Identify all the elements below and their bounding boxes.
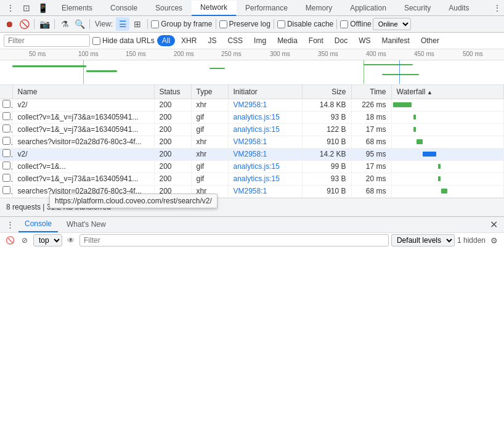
- filter-tag-font[interactable]: Font: [304, 35, 328, 46]
- devtools-device-btn[interactable]: 📱: [36, 1, 49, 15]
- tab-audits[interactable]: Audits: [440, 0, 478, 15]
- console-stop-icon[interactable]: ⊘: [18, 234, 31, 247]
- console-tab-console[interactable]: Console: [18, 217, 58, 232]
- filter-tag-other[interactable]: Other: [416, 35, 444, 46]
- row-initiator[interactable]: analytics.js:15: [228, 173, 302, 185]
- filter-tag-media[interactable]: Media: [272, 35, 303, 46]
- tab-console[interactable]: Console: [102, 0, 147, 15]
- console-gear-icon[interactable]: ⚙: [488, 234, 500, 247]
- console-levels-select[interactable]: Default levels: [391, 234, 455, 247]
- filter-toggle-btn[interactable]: ⚗: [58, 17, 71, 31]
- view-grid-btn[interactable]: ⊞: [131, 17, 144, 31]
- filter-tag-doc[interactable]: Doc: [330, 35, 352, 46]
- row-initiator-link[interactable]: VM2958:1: [234, 150, 267, 158]
- row-checkbox[interactable]: [2, 124, 10, 132]
- clear-btn[interactable]: 🚫: [17, 17, 31, 31]
- row-name[interactable]: collect?v=1&...: [12, 160, 154, 173]
- more-tabs-btn[interactable]: ⋮: [490, 1, 504, 15]
- row-name[interactable]: collect?v=1&_v=j73&a=163405941...: [12, 173, 154, 185]
- tab-memory[interactable]: Memory: [297, 0, 341, 15]
- row-name[interactable]: searches?visitor=02a28d76-80c3-4f...: [12, 136, 154, 148]
- console-eye-icon[interactable]: 👁: [65, 234, 77, 247]
- row-initiator[interactable]: analytics.js:15: [228, 111, 302, 123]
- table-row[interactable]: collect?v=1&_v=j73&a=163405941...200gifa…: [0, 123, 504, 136]
- row-checkbox[interactable]: [2, 161, 10, 169]
- row-initiator-link[interactable]: analytics.js:15: [234, 174, 280, 183]
- devtools-menu-btn[interactable]: ⋮: [4, 1, 17, 15]
- row-initiator[interactable]: VM2958:1: [228, 185, 302, 197]
- row-checkbox[interactable]: [2, 186, 10, 194]
- filter-input[interactable]: [4, 35, 90, 47]
- table-row[interactable]: searches?visitor=02a28d76-80c3-4f...200x…: [0, 185, 504, 197]
- throttle-select[interactable]: Online: [373, 18, 411, 30]
- filter-tag-img[interactable]: Img: [249, 35, 271, 46]
- filter-tag-js[interactable]: JS: [203, 35, 221, 46]
- row-initiator-link[interactable]: analytics.js:15: [234, 113, 280, 121]
- table-row[interactable]: searches?visitor=02a28d76-80c3-4f...200x…: [0, 136, 504, 148]
- offline-checkbox[interactable]: [340, 20, 348, 28]
- tab-sources[interactable]: Sources: [147, 0, 192, 15]
- th-type[interactable]: Type: [191, 85, 228, 99]
- console-clear-icon[interactable]: 🚫: [4, 234, 16, 247]
- tab-performance[interactable]: Performance: [237, 0, 297, 15]
- search-btn[interactable]: 🔍: [73, 17, 86, 31]
- filter-tag-xhr[interactable]: XHR: [176, 35, 201, 46]
- row-name[interactable]: searches?visitor=02a28d76-80c3-4f...: [12, 185, 154, 197]
- row-initiator[interactable]: VM2958:1: [228, 148, 302, 160]
- row-initiator-link[interactable]: VM2958:1: [234, 100, 267, 109]
- table-row[interactable]: collect?v=1&_v=j73&a=163405941...200gifa…: [0, 111, 504, 123]
- row-name[interactable]: v2/: [12, 99, 154, 111]
- row-checkbox[interactable]: [2, 174, 10, 182]
- row-checkbox[interactable]: [2, 137, 10, 145]
- filter-tag-css[interactable]: CSS: [222, 35, 248, 46]
- table-row[interactable]: collect?v=1&_v=j73&a=163405941...200gifa…: [0, 173, 504, 185]
- console-tab-whats-new[interactable]: What's New: [60, 217, 112, 232]
- hide-data-urls-checkbox[interactable]: [92, 37, 100, 45]
- disable-cache-checkbox[interactable]: [277, 20, 285, 28]
- th-name[interactable]: Name: [12, 85, 154, 99]
- row-name[interactable]: collect?v=1&_v=j73&a=163405941...: [12, 111, 154, 123]
- disable-cache-label[interactable]: Disable cache: [277, 20, 333, 28]
- table-row[interactable]: v2/200xhrVM2958:114.2 KB95 ms: [0, 148, 504, 160]
- row-initiator-link[interactable]: analytics.js:15: [234, 162, 280, 171]
- network-table-container[interactable]: Name Status Type Initiator Size Time Wat…: [0, 85, 504, 198]
- th-time[interactable]: Time: [351, 85, 391, 99]
- console-hamburger-icon[interactable]: ⋮: [4, 218, 16, 230]
- row-name[interactable]: v2/: [12, 148, 154, 160]
- timeline-area[interactable]: 50 ms 100 ms 150 ms 200 ms 250 ms 300 ms…: [0, 49, 504, 85]
- preserve-log-checkbox[interactable]: [219, 20, 227, 28]
- table-row[interactable]: collect?v=1&...200gifanalytics.js:1599 B…: [0, 160, 504, 173]
- th-initiator[interactable]: Initiator: [228, 85, 302, 99]
- camera-btn[interactable]: 📷: [38, 17, 51, 31]
- row-initiator-link[interactable]: VM2958:1: [234, 137, 267, 146]
- tab-application[interactable]: Application: [341, 0, 396, 15]
- row-name[interactable]: collect?v=1&_v=j73&a=163405941...: [12, 123, 154, 136]
- row-checkbox[interactable]: [2, 112, 10, 120]
- offline-label[interactable]: Offline: [340, 20, 371, 28]
- devtools-inspect-btn[interactable]: ⊡: [20, 1, 33, 15]
- table-row[interactable]: v2/200xhrVM2958:114.8 KB226 ms: [0, 99, 504, 111]
- row-initiator[interactable]: analytics.js:15: [228, 123, 302, 136]
- tab-elements[interactable]: Elements: [53, 0, 102, 15]
- th-status[interactable]: Status: [154, 85, 191, 99]
- row-initiator[interactable]: VM2958:1: [228, 136, 302, 148]
- tab-security[interactable]: Security: [396, 0, 440, 15]
- group-by-frame-label[interactable]: Group by frame: [151, 20, 212, 28]
- row-initiator[interactable]: VM2958:1: [228, 99, 302, 111]
- filter-tag-all[interactable]: All: [157, 35, 175, 46]
- record-btn[interactable]: ⏺: [2, 17, 16, 31]
- row-initiator-link[interactable]: analytics.js:15: [234, 125, 280, 134]
- view-list-btn[interactable]: ☰: [116, 17, 129, 31]
- console-filter-input[interactable]: [79, 234, 389, 247]
- console-context-select[interactable]: top: [33, 234, 62, 247]
- filter-tag-manifest[interactable]: Manifest: [377, 35, 415, 46]
- group-by-frame-checkbox[interactable]: [151, 20, 159, 28]
- filter-tag-ws[interactable]: WS: [354, 35, 375, 46]
- row-initiator[interactable]: analytics.js:15: [228, 160, 302, 173]
- console-close-btn[interactable]: ✕: [487, 218, 500, 231]
- tab-network[interactable]: Network: [192, 1, 237, 16]
- hide-data-urls-label[interactable]: Hide data URLs: [92, 36, 155, 45]
- row-initiator-link[interactable]: VM2958:1: [234, 187, 267, 195]
- th-waterfall[interactable]: Waterfall: [391, 85, 504, 99]
- preserve-log-label[interactable]: Preserve log: [219, 20, 270, 28]
